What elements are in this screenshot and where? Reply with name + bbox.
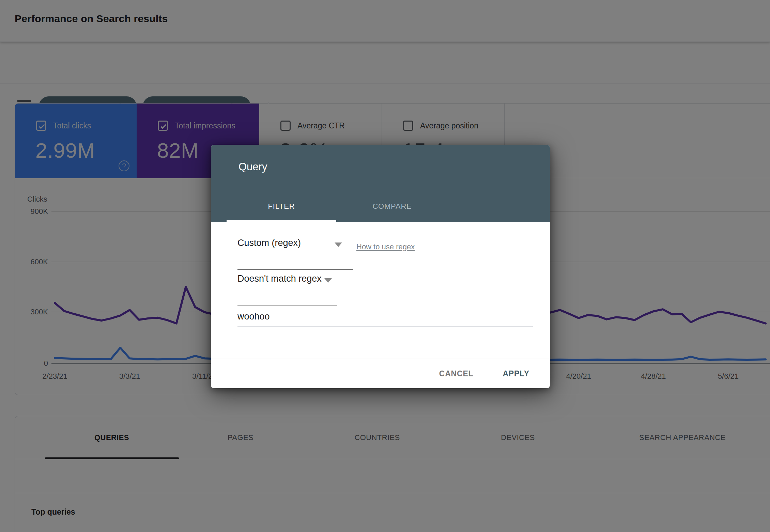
dialog-tab-compare[interactable]: COMPARE — [337, 192, 447, 220]
match-type-value: Doesn't match regex — [237, 273, 322, 284]
dropdown-arrow-icon — [324, 278, 332, 283]
dropdown-arrow-icon — [335, 242, 342, 247]
dialog-header: Query FILTER COMPARE — [211, 145, 550, 222]
match-type-select[interactable]: Doesn't match regex — [237, 273, 337, 295]
query-filter-dialog: Query FILTER COMPARE Custom (regex) How … — [211, 145, 550, 388]
regex-value-input[interactable] — [237, 309, 533, 324]
performance-page: Performance on Search results Search typ… — [0, 0, 770, 532]
filter-type-select[interactable]: Custom (regex) — [237, 238, 353, 259]
regex-help-link[interactable]: How to use regex — [356, 242, 415, 251]
apply-button[interactable]: APPLY — [498, 366, 534, 382]
dialog-footer: CANCEL APPLY — [211, 359, 550, 388]
dialog-title: Query — [238, 161, 267, 173]
input-underline — [237, 326, 533, 327]
select-underline — [237, 305, 337, 306]
select-underline — [237, 269, 353, 270]
dialog-tab-filter[interactable]: FILTER — [227, 192, 336, 220]
cancel-button[interactable]: CANCEL — [434, 366, 478, 382]
filter-type-value: Custom (regex) — [237, 238, 301, 248]
dialog-body: Custom (regex) How to use regex Doesn't … — [211, 222, 550, 359]
